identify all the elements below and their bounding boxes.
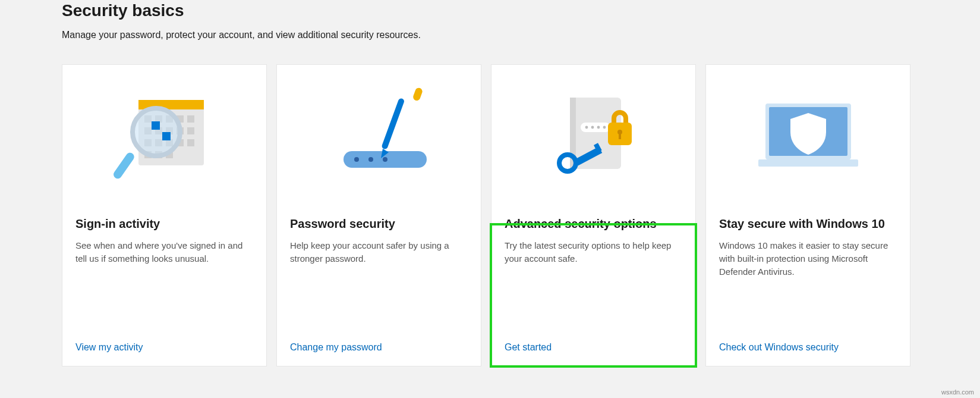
svg-point-25: [354, 157, 359, 162]
windows-security-link[interactable]: Check out Windows security: [706, 331, 910, 366]
card-password-security: Password security Help keep your account…: [276, 64, 481, 366]
svg-rect-21: [152, 121, 160, 130]
card-advanced-security: Advanced security options Try the latest…: [491, 64, 696, 366]
svg-point-20: [133, 108, 180, 156]
magnifier-calendar-icon: [62, 65, 266, 208]
change-password-link[interactable]: Change my password: [277, 331, 481, 366]
svg-point-36: [597, 126, 600, 129]
card-desc: Help keep your account safer by using a …: [290, 239, 468, 265]
card-desc: Try the latest security options to help …: [505, 239, 682, 265]
card-title: Password security: [290, 217, 468, 231]
page-title: Security basics: [62, 1, 918, 20]
svg-rect-6: [187, 115, 194, 123]
card-title: Stay secure with Windows 10: [719, 217, 897, 231]
get-started-link[interactable]: Get started: [491, 331, 695, 366]
svg-point-34: [585, 126, 588, 129]
card-desc: See when and where you've signed in and …: [75, 239, 253, 265]
svg-rect-46: [758, 159, 858, 167]
pen-password-icon: [277, 65, 481, 208]
svg-rect-23: [112, 151, 136, 180]
svg-point-37: [603, 126, 606, 129]
svg-point-35: [591, 126, 594, 129]
card-title: Advanced security options: [505, 217, 682, 231]
svg-rect-33: [581, 123, 610, 132]
card-title: Sign-in activity: [75, 217, 253, 231]
svg-rect-40: [619, 133, 621, 139]
svg-rect-28: [381, 98, 405, 150]
view-activity-link[interactable]: View my activity: [62, 331, 266, 366]
footer-watermark: wsxdn.com: [941, 388, 974, 396]
page-subtitle: Manage your password, protect your accou…: [62, 30, 918, 40]
svg-rect-16: [187, 139, 194, 146]
laptop-shield-icon: [706, 65, 910, 208]
key-lock-notebook-icon: [491, 65, 695, 208]
svg-rect-11: [187, 127, 194, 134]
svg-point-27: [383, 157, 387, 162]
cards-row: Sign-in activity See when and where you'…: [62, 64, 918, 366]
svg-point-26: [368, 157, 373, 162]
svg-rect-22: [162, 132, 171, 140]
svg-rect-30: [412, 87, 423, 102]
card-desc: Windows 10 makes it easier to stay secur…: [719, 239, 897, 278]
card-signin-activity: Sign-in activity See when and where you'…: [62, 64, 267, 366]
card-windows-security: Stay secure with Windows 10 Windows 10 m…: [705, 64, 910, 366]
